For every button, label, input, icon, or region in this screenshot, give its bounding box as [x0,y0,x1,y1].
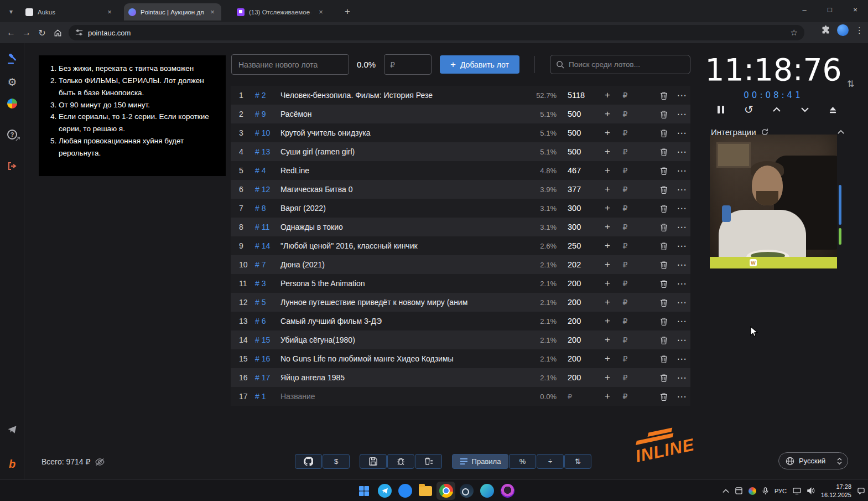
split-button[interactable]: ÷ [537,454,564,469]
lot-menu-button[interactable]: ⋯ [673,161,690,180]
lot-menu-button[interactable]: ⋯ [673,368,690,387]
lot-id[interactable]: # 14 [250,241,280,250]
lot-ruble-button[interactable]: ₽ [616,105,634,123]
lot-add-amount-button[interactable]: + [599,236,616,255]
lot-ruble-button[interactable]: ₽ [616,312,634,330]
lot-name[interactable]: Человек-бензопила. Фильм: История Резе [280,91,524,100]
lot-delete-button[interactable] [655,312,673,330]
taskbar-edge[interactable] [477,482,496,500]
lot-menu-button[interactable]: ⋯ [673,236,690,255]
lot-menu-button[interactable]: ⋯ [673,349,690,368]
lot-name[interactable]: "Любой ценой" 2016, классный кинчик [280,241,524,250]
lot-id[interactable]: # 4 [250,166,280,175]
lot-menu-button[interactable]: ⋯ [673,274,690,293]
lot-delete-button[interactable] [655,293,673,312]
tab-close-icon[interactable]: × [208,8,217,16]
lot-name[interactable]: RedLine [280,166,524,175]
clock[interactable]: 17:28 16.12.2025 [821,483,851,499]
lot-name[interactable]: Убийца сёгуна(1980) [280,335,524,344]
back-button[interactable]: ← [3,25,19,40]
lot-add-amount-button[interactable]: + [599,105,616,123]
tray-microphone[interactable] [762,487,768,495]
lot-add-amount-button[interactable]: + [599,274,616,293]
tray-color-app-icon[interactable] [749,487,756,495]
lot-add-amount-button[interactable]: + [599,293,616,312]
sidebar-item-help[interactable]: ? [0,125,24,144]
lot-search-box[interactable] [550,55,690,74]
lot-ruble-button[interactable]: ₽ [616,330,634,349]
new-lot-name-input[interactable] [231,54,349,75]
lot-add-amount-button[interactable]: + [599,180,616,199]
add-lot-button[interactable]: + Добавить лот [440,55,519,74]
rules-button[interactable]: Правила [452,454,508,469]
taskbar-app-purple[interactable] [498,482,517,500]
lot-add-amount-button[interactable]: + [599,123,616,142]
lot-add-amount-button[interactable]: + [599,349,616,368]
sidebar-item-telegram[interactable] [0,420,24,440]
sidebar-item-auction[interactable] [0,49,24,69]
site-info-icon[interactable] [75,29,83,37]
lot-id[interactable]: # 16 [250,354,280,363]
reload-button[interactable]: ↻ [34,25,50,40]
maximize-button[interactable]: □ [817,0,843,19]
lot-ruble-button[interactable]: ₽ [616,274,634,293]
lot-add-amount-button[interactable]: + [599,161,616,180]
timer-eject-button[interactable] [825,102,840,117]
lot-menu-button[interactable]: ⋯ [673,255,690,274]
new-lot-amount-input[interactable] [384,54,432,75]
lot-id[interactable]: # 10 [250,128,280,137]
lot-menu-button[interactable]: ⋯ [673,199,690,218]
lot-delete-button[interactable] [655,161,673,180]
lot-ruble-button[interactable]: ₽ [616,368,634,387]
tab-close-icon[interactable]: × [105,8,114,16]
lot-id[interactable]: # 5 [250,298,280,307]
lot-add-amount-button[interactable]: + [599,199,616,218]
minimize-button[interactable]: – [792,0,817,19]
timer-pause-button[interactable] [714,102,728,117]
lot-menu-button[interactable]: ⋯ [673,387,690,406]
lot-menu-button[interactable]: ⋯ [673,180,690,199]
lot-id[interactable]: # 3 [250,279,280,288]
lot-menu-button[interactable]: ⋯ [673,293,690,312]
sidebar-item-logout[interactable] [0,156,24,176]
lot-name[interactable]: Persona 5 the Animation [280,279,524,288]
forward-button[interactable]: → [19,25,34,40]
tab-aukus[interactable]: Aukus × [21,3,118,20]
lot-id[interactable]: # 6 [250,317,280,326]
lot-ruble-button[interactable]: ₽ [616,387,634,406]
lot-id[interactable]: # 8 [250,204,280,213]
clear-lots-button[interactable] [415,454,442,469]
lot-ruble-button[interactable]: ₽ [616,161,634,180]
extensions-icon[interactable] [821,25,830,35]
tab-search-button[interactable]: ▾ [4,6,18,18]
lot-delete-button[interactable] [655,330,673,349]
volume-slider-blue[interactable] [839,185,841,225]
timer-restart-button[interactable]: ↺ [742,102,756,117]
lot-ruble-button[interactable]: ₽ [616,236,634,255]
lot-delete-button[interactable] [655,368,673,387]
tab-pointauc[interactable]: Pointauc | Аукцион для стрим × [124,3,221,20]
lot-delete-button[interactable] [655,387,673,406]
eye-off-icon[interactable] [95,458,105,466]
lot-add-amount-button[interactable]: + [599,86,616,105]
lot-delete-button[interactable] [655,105,673,123]
lot-menu-button[interactable]: ⋯ [673,105,690,123]
taskbar-explorer[interactable] [416,482,435,500]
lot-ruble-button[interactable]: ₽ [616,86,634,105]
timer-swap-icon[interactable]: ⇅ [847,79,854,89]
bookmark-star-icon[interactable]: ☆ [791,28,798,38]
language-select[interactable]: Русский [778,452,848,469]
lot-menu-button[interactable]: ⋯ [673,312,690,330]
keyboard-language[interactable]: РУС [775,488,787,494]
lot-name[interactable]: Суши girl (ramen girl) [280,147,524,156]
sidebar-item-statistics[interactable] [0,94,24,113]
lot-name[interactable]: Магическая Битва 0 [280,185,524,194]
lot-name[interactable]: No Guns Life по любимой манге Хидео Кодз… [280,354,524,363]
collapse-chevron-icon[interactable] [837,130,845,135]
sidebar-item-settings[interactable]: ⚙ [0,72,24,92]
lot-ruble-button[interactable]: ₽ [616,199,634,218]
lot-ruble-button[interactable]: ₽ [616,218,634,236]
taskbar-app-blue[interactable] [396,482,414,500]
tab-close-icon[interactable]: × [316,8,325,16]
lot-name[interactable]: Крутой учитель онидзука [280,128,524,137]
